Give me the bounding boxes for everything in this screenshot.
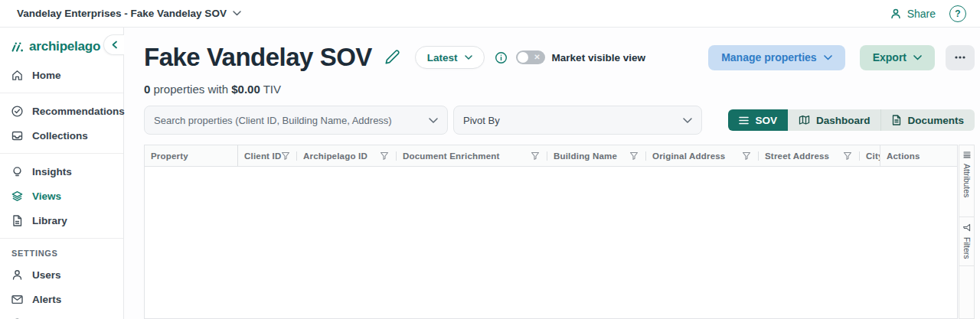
filters-funnel-icon <box>962 223 971 232</box>
sidebar-item-label: Insights <box>32 166 72 177</box>
chevron-down-icon <box>429 118 438 123</box>
pivot-by-select[interactable]: Pivot By <box>453 106 702 135</box>
chevron-down-icon <box>683 118 692 123</box>
attributes-list-icon <box>963 151 971 158</box>
chevron-down-icon <box>233 11 241 16</box>
view-tabs: SOV Dashboard Documents <box>728 109 975 131</box>
column-header-archipelago-id[interactable]: Archipelago ID <box>297 145 397 166</box>
column-header-street-address[interactable]: Street Address <box>759 145 860 166</box>
filter-funnel-icon[interactable] <box>531 151 540 161</box>
sidebar-item-collections[interactable]: Collections <box>0 123 123 148</box>
toggle-x-icon: ✕ <box>534 50 540 64</box>
attributes-label: Attributes <box>962 164 972 197</box>
export-label: Export <box>873 51 906 63</box>
pivot-by-label: Pivot By <box>463 115 500 126</box>
table-body-empty <box>145 167 957 318</box>
settings-section-label: SETTINGS <box>0 244 123 262</box>
sidebar-item-support[interactable]: Support <box>0 311 123 319</box>
sidebar-item-library[interactable]: Library <box>0 208 123 233</box>
divider <box>0 93 123 93</box>
filter-funnel-icon[interactable] <box>281 151 290 161</box>
help-button[interactable]: ? <box>949 5 966 22</box>
check-circle-icon <box>11 105 24 118</box>
main-content: Fake Vandelay SOV Latest ✕ Market visibl… <box>124 28 980 319</box>
search-placeholder: Search properties (Client ID, Building N… <box>154 115 392 126</box>
edit-title-button[interactable] <box>384 49 400 66</box>
org-switcher-label: Vandelay Enterprises - Fake Vandelay SOV <box>17 8 227 19</box>
filter-funnel-icon[interactable] <box>843 151 852 161</box>
tab-documents[interactable]: Documents <box>880 109 975 131</box>
tab-label: SOV <box>755 115 777 126</box>
org-switcher[interactable]: Vandelay Enterprises - Fake Vandelay SOV <box>17 8 241 19</box>
export-button[interactable]: Export <box>860 45 935 70</box>
sidebar-item-label: Library <box>32 215 67 226</box>
search-properties-select[interactable]: Search properties (Client ID, Building N… <box>144 106 448 135</box>
column-header-city[interactable]: City <box>860 145 880 166</box>
sidebar-item-views[interactable]: Views <box>0 184 123 208</box>
share-button[interactable]: Share <box>890 8 936 20</box>
attributes-panel-button[interactable]: Attributes <box>959 145 974 217</box>
sidebar-item-alerts[interactable]: Alerts <box>0 287 123 311</box>
lightbulb-icon <box>11 165 24 178</box>
more-options-button[interactable] <box>946 45 975 70</box>
filter-funnel-icon[interactable] <box>742 151 751 161</box>
sidebar-item-label: Collections <box>32 130 88 142</box>
toggle-knob <box>518 52 528 63</box>
table-header-row: Property Client ID Archipelago ID Docume… <box>145 145 957 167</box>
document-icon <box>892 115 901 125</box>
column-header-actions: Actions <box>880 145 957 166</box>
topbar: Vandelay Enterprises - Fake Vandelay SOV… <box>0 0 980 28</box>
inbox-icon <box>11 129 24 142</box>
version-dropdown[interactable]: Latest <box>415 46 485 69</box>
sidebar-item-label: Alerts <box>32 294 61 305</box>
share-label: Share <box>907 8 936 20</box>
sidebar-collapse-button[interactable] <box>103 34 124 55</box>
tab-sov[interactable]: SOV <box>728 109 788 131</box>
sov-table: Property Client ID Archipelago ID Docume… <box>144 145 958 319</box>
sidebar-item-recommendations[interactable]: Recommendations <box>0 99 123 123</box>
properties-summary: 0 properties with $0.00 TIV <box>144 83 980 96</box>
market-visible-label: Market visible view <box>552 52 645 63</box>
person-icon <box>11 269 24 282</box>
filter-funnel-icon[interactable] <box>380 151 389 161</box>
tiv-value: $0.00 <box>231 83 260 96</box>
sidebar: archipelago Home Recommendations Collect… <box>0 28 124 319</box>
envelope-icon <box>11 293 24 306</box>
sidebar-item-label: Recommendations <box>32 106 125 117</box>
column-header-property[interactable]: Property <box>145 145 238 166</box>
manage-properties-button[interactable]: Manage properties <box>708 45 844 70</box>
person-icon <box>890 8 902 20</box>
sidebar-item-label: Home <box>32 70 61 81</box>
map-icon <box>799 115 810 125</box>
divider <box>0 153 123 154</box>
right-panel-strip: Attributes Filters <box>959 145 975 319</box>
column-header-original-address[interactable]: Original Address <box>646 145 759 166</box>
manage-properties-label: Manage properties <box>721 51 816 63</box>
column-header-building-name[interactable]: Building Name <box>547 145 646 166</box>
property-count: 0 <box>144 83 150 96</box>
filters-panel-button[interactable]: Filters <box>959 217 974 266</box>
document-icon <box>11 214 24 227</box>
question-icon: ? <box>955 8 960 19</box>
filter-funnel-icon[interactable] <box>629 151 639 161</box>
market-visible-toggle[interactable]: ✕ <box>516 50 545 64</box>
column-header-document-enrichment[interactable]: Document Enrichment <box>397 145 547 166</box>
sidebar-item-insights[interactable]: Insights <box>0 159 123 184</box>
logo-text: archipelago <box>29 39 100 54</box>
tab-label: Dashboard <box>816 115 871 126</box>
sidebar-item-users[interactable]: Users <box>0 262 123 287</box>
version-dropdown-label: Latest <box>427 52 458 63</box>
list-icon <box>739 116 749 125</box>
info-icon[interactable] <box>495 51 508 64</box>
divider <box>0 238 123 239</box>
layers-icon <box>11 190 24 203</box>
sidebar-item-home[interactable]: Home <box>0 63 123 87</box>
tab-dashboard[interactable]: Dashboard <box>788 109 881 131</box>
page-title: Fake Vandelay SOV <box>144 43 372 72</box>
filters-label: Filters <box>962 237 972 259</box>
tab-label: Documents <box>907 115 964 126</box>
sidebar-item-label: Views <box>32 190 61 202</box>
home-icon <box>11 69 24 82</box>
column-header-client-id[interactable]: Client ID <box>238 145 297 166</box>
archipelago-logo-icon <box>11 41 24 53</box>
